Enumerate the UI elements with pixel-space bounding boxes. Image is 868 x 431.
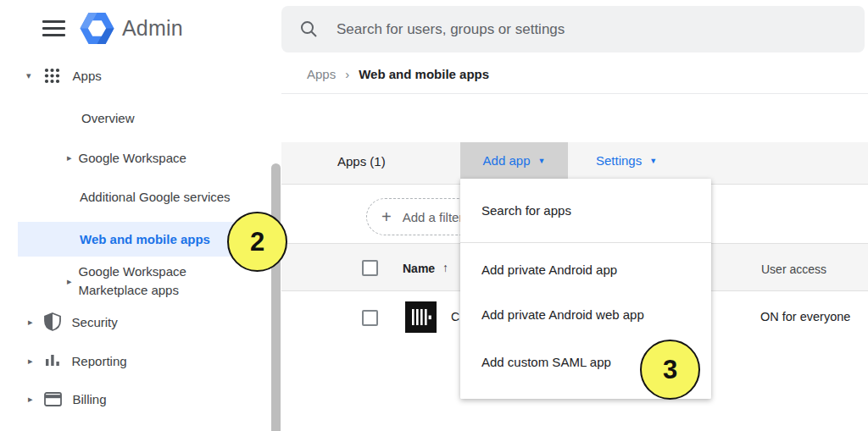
app-name-cell: C — [451, 310, 459, 323]
row-checkbox[interactable] — [362, 310, 378, 326]
sidebar-item-apps-root[interactable]: ▾ Apps — [26, 68, 102, 84]
menu-item-search-for-apps[interactable]: Search for apps — [460, 179, 711, 243]
sidebar-item-additional-google-services[interactable]: Additional Google services — [80, 190, 231, 204]
select-all-checkbox[interactable] — [362, 260, 378, 276]
sidebar-scrollbar[interactable] — [271, 163, 281, 431]
bar-chart-icon — [44, 352, 61, 369]
column-header-user-access: User access — [761, 262, 826, 276]
column-header-name[interactable]: Name — [403, 262, 435, 275]
admin-console-window: Admin Apps › Web and mobile apps ▾ Apps — [0, 0, 868, 431]
sidebar-item-label: Reporting — [72, 354, 127, 368]
breadcrumb-separator: › — [345, 67, 349, 81]
settings-label: Settings — [596, 153, 642, 168]
add-app-button[interactable]: Add app ▼ — [460, 142, 568, 179]
search-icon — [300, 20, 318, 38]
sidebar-item-web-and-mobile-apps[interactable]: Web and mobile apps — [80, 232, 210, 246]
sidebar-item-google-workspace[interactable]: ▸ Google Workspace — [67, 151, 186, 165]
sidebar-item-label: Additional Google services — [80, 190, 231, 204]
sidebar-item-label: Security — [72, 315, 118, 329]
hamburger-bar — [42, 34, 65, 36]
chevron-right-icon: ▸ — [28, 318, 33, 327]
menu-item-add-private-android-app[interactable]: Add private Android app — [460, 243, 711, 290]
sidebar-item-overview[interactable]: Overview — [81, 111, 135, 125]
chevron-down-icon: ▾ — [26, 71, 31, 80]
breadcrumb-apps-link[interactable]: Apps — [307, 67, 336, 81]
sidebar-item-label: Google Workspace Marketplace apps — [79, 262, 227, 300]
app-logo-icon — [405, 301, 437, 333]
sidebar-item-label: Overview — [81, 111, 135, 125]
credit-card-icon — [44, 392, 62, 406]
sidebar-item-marketplace-apps[interactable]: ▸ Google Workspace Marketplace apps — [67, 262, 227, 300]
sidebar-apps-label: Apps — [73, 69, 102, 83]
sort-ascending-icon[interactable]: ↑ — [442, 261, 448, 274]
breadcrumb-current: Web and mobile apps — [359, 67, 489, 81]
chevron-right-icon: ▸ — [67, 153, 72, 163]
sidebar-item-label: Billing — [73, 392, 107, 406]
menu-item-add-private-android-web-app[interactable]: Add private Android web app — [460, 290, 711, 338]
breadcrumb: Apps › Web and mobile apps — [307, 67, 489, 81]
add-app-label: Add app — [483, 153, 531, 168]
user-access-cell[interactable]: ON for everyone — [760, 310, 850, 323]
chevron-right-icon: ▸ — [67, 277, 72, 286]
apps-count-label: Apps (1) — [337, 154, 386, 169]
settings-button[interactable]: Settings ▼ — [591, 142, 662, 179]
search-input[interactable] — [337, 21, 811, 38]
hamburger-bar — [42, 27, 65, 30]
annotation-step-2: 2 — [227, 212, 287, 272]
hamburger-menu-icon[interactable] — [42, 20, 65, 36]
chevron-down-icon: ▼ — [537, 156, 545, 165]
sidebar-item-security[interactable]: ▸ Security — [28, 312, 118, 331]
admin-hexagon-icon — [80, 11, 114, 46]
global-search-bar[interactable] — [281, 6, 865, 52]
hamburger-bar — [42, 20, 65, 23]
chevron-down-icon: ▼ — [649, 156, 657, 165]
chevron-right-icon: ▸ — [28, 356, 33, 366]
admin-logo-text: Admin — [122, 16, 183, 41]
chevron-right-icon: ▸ — [28, 395, 33, 404]
annotation-step-3: 3 — [640, 340, 700, 400]
sidebar-item-reporting[interactable]: ▸ Reporting — [28, 352, 127, 369]
apps-grid-icon — [44, 68, 60, 84]
sidebar-item-billing[interactable]: ▸ Billing — [28, 392, 107, 406]
add-filter-label: Add a filter — [403, 210, 464, 224]
breadcrumb-divider — [281, 93, 868, 94]
plus-icon: + — [381, 208, 392, 225]
sidebar-item-label: Google Workspace — [79, 151, 186, 165]
shield-icon — [44, 312, 61, 331]
google-admin-logo[interactable]: Admin — [80, 11, 183, 46]
